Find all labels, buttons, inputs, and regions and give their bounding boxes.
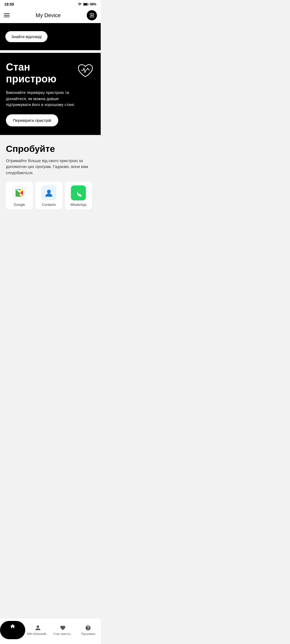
login-button[interactable] xyxy=(87,10,97,20)
google-play-icon xyxy=(12,185,27,200)
svg-rect-1 xyxy=(88,4,89,5)
device-status-banner: Стан пристрою Виконайте перевірку пристр… xyxy=(0,53,101,135)
find-answers-banner: Знайти відповіді xyxy=(0,23,101,50)
status-bar: 19:59 88% xyxy=(0,0,101,9)
whatsapp-icon xyxy=(71,185,86,200)
hamburger-menu-button[interactable] xyxy=(4,13,10,17)
app-grid: Google Contacts xyxy=(6,182,95,212)
app-card-contacts[interactable]: Contacts xyxy=(35,182,62,209)
find-answers-button[interactable]: Знайти відповіді xyxy=(5,31,48,42)
top-nav: My Device xyxy=(0,9,101,23)
check-device-button[interactable]: Перевірити пристрій xyxy=(6,114,58,126)
device-status-description: Виконайте перевірку пристрою та дізнайте… xyxy=(6,90,81,108)
try-section: Спробуйте Отримайте більше від свого при… xyxy=(0,135,101,217)
login-icon xyxy=(89,13,95,18)
wifi-icon xyxy=(78,2,82,6)
status-time: 19:59 xyxy=(4,2,14,6)
contacts-icon-svg xyxy=(44,188,54,198)
status-icons: 88% xyxy=(78,2,96,6)
device-status-title: Стан пристрою xyxy=(6,61,60,85)
app-card-whatsapp[interactable]: WhatsApp xyxy=(65,182,92,209)
svg-point-9 xyxy=(47,190,51,193)
app-card-google[interactable]: Google xyxy=(6,182,33,209)
svg-rect-2 xyxy=(84,3,87,5)
contacts-app-label: Contacts xyxy=(42,203,56,207)
battery-icon xyxy=(83,3,89,6)
contacts-icon xyxy=(41,185,56,200)
app-card-partial[interactable] xyxy=(95,182,95,209)
heart-pulse-icon xyxy=(76,61,95,80)
whatsapp-app-label: WhatsApp xyxy=(70,203,86,207)
google-icon-svg xyxy=(14,188,25,198)
whatsapp-icon-svg xyxy=(74,188,83,198)
battery-percentage: 88% xyxy=(90,2,96,6)
partial-app-icon xyxy=(95,185,95,200)
banner-title-row: Стан пристрою xyxy=(6,61,95,85)
try-section-heading: Спробуйте xyxy=(6,144,95,154)
google-app-label: Google xyxy=(14,203,25,207)
page-title: My Device xyxy=(36,12,61,19)
try-section-description: Отримайте більше від свого пристрою за д… xyxy=(6,158,95,176)
